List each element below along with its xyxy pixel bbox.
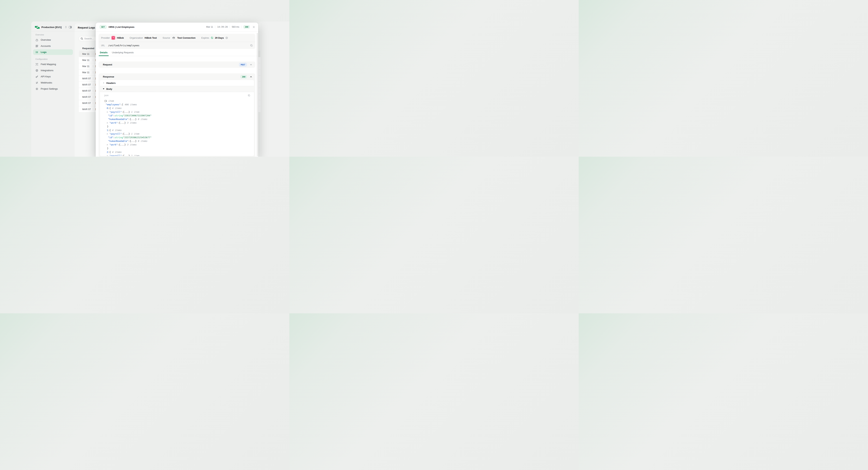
log-info-panel: ProviderHiHiBobOrganizationHiBob TestSou… [98, 34, 255, 49]
hibob-logo-icon: Hi [112, 36, 115, 40]
meta-value: HiBob [117, 36, 124, 39]
chevron-up-icon[interactable] [250, 76, 252, 78]
workspace-switcher[interactable]: Production [EU1] [31, 23, 75, 31]
json-language-label: json [104, 94, 108, 97]
stackone-logo-icon [35, 26, 40, 29]
json-expand-chevron-icon[interactable]: > [107, 132, 110, 135]
log-row-date: MAR 07 [82, 102, 91, 104]
log-row-date: MAR 07 [82, 83, 91, 86]
json-line: "id":string"3337293862325453677" [104, 136, 250, 139]
response-accordion-header[interactable]: Response 200 [100, 73, 254, 80]
json-viewer: json {1 item"employees":[ 406 items0:{ 4… [100, 92, 254, 156]
json-line: "humanReadable":{...} 0 items [104, 139, 250, 143]
detail-tabs: DetailsUnderlying Requests [96, 51, 258, 56]
log-row-date: MAR 07 [82, 77, 91, 80]
meta-value: HiBob Test [145, 36, 157, 39]
sidebar-item-integrations[interactable]: Integrations [33, 68, 73, 73]
response-body-row[interactable]: Body [100, 86, 254, 92]
meta-organization: OrganizationHiBob Test [130, 36, 157, 39]
response-headers-row[interactable]: Headers [100, 80, 254, 86]
test-connection-window-icon [172, 36, 176, 40]
json-line: > "work":{...} 3 items [104, 121, 250, 125]
sidebar-section-label: Configuration [33, 58, 73, 60]
request-label: Request [103, 63, 112, 66]
modal-header: GET HRIS | List Employees Mar 11 14:39:2… [96, 23, 258, 31]
sidebar-item-label: Accounts [41, 45, 51, 47]
chevron-down-icon[interactable] [250, 64, 252, 66]
json-line: {1 item [104, 99, 250, 103]
detail-content: Request POST Response 200 [96, 56, 258, 157]
sidebar-item-project-settings[interactable]: Project Settings [33, 86, 73, 92]
meta-label: Provider [101, 36, 110, 39]
log-detail-modal: GET HRIS | List Employees Mar 11 14:39:2… [96, 23, 258, 157]
logs-icon [35, 51, 38, 54]
log-title: HRIS | List Employees [109, 26, 134, 28]
json-line: "id":string"3393730067333907204" [104, 114, 250, 118]
meta-value: Test Connection [177, 36, 195, 39]
response-status-badge: 200 [241, 75, 247, 78]
json-expand-chevron-icon[interactable]: > [107, 110, 110, 113]
sidebar-item-field-mapping[interactable]: Field Mapping [33, 61, 73, 67]
log-duration: 583 ms [232, 26, 239, 28]
sidebar-item-label: Field Mapping [41, 63, 56, 66]
copy-json-icon[interactable] [248, 94, 250, 97]
webhooks-icon [35, 81, 38, 84]
sidebar-item-label: Logs [41, 51, 46, 54]
url-label: URL [101, 44, 105, 47]
copy-url-icon[interactable] [250, 44, 253, 47]
sidebar-item-label: API Keys [41, 75, 51, 78]
sidebar-item-accounts[interactable]: Accounts [33, 43, 73, 49]
sidebar-section-label: Overview [33, 34, 73, 36]
json-line: 2:{ 4 items [104, 150, 250, 154]
workspace-name: Production [EU1] [41, 26, 62, 29]
meta-value: 29 Days [215, 36, 224, 39]
log-row-date: MAR 07 [82, 96, 91, 98]
sidebar-item-overview[interactable]: Overview [33, 37, 73, 43]
json-line: 1:{ 4 items [104, 129, 250, 132]
tab-underlying-requests[interactable]: Underlying Requests [112, 51, 134, 56]
tab-details[interactable]: Details [100, 51, 107, 56]
sidebar-item-label: Project Settings [41, 88, 58, 90]
json-expand-chevron-icon[interactable]: > [107, 154, 110, 156]
headers-label: Headers [106, 82, 116, 85]
sidebar-item-label: Overview [41, 38, 51, 41]
json-line: > "payroll":{...} 1 item [104, 110, 250, 114]
request-method-badge: POST [239, 63, 247, 67]
log-time: 14:39:28 [217, 26, 228, 28]
sidebar-item-webhooks[interactable]: Webhooks [33, 80, 73, 86]
triangle-down-icon [103, 88, 104, 90]
log-row-date: MAR 07 [82, 90, 91, 92]
status-badge: 200 [243, 25, 250, 29]
info-icon[interactable]: i [225, 37, 228, 39]
sidebar: Production [EU1] OverviewOverviewAccount… [31, 22, 75, 157]
sidebar-item-label: Webhooks [41, 81, 52, 84]
log-row-date: MAR 07 [82, 108, 91, 110]
home-icon [35, 38, 38, 41]
json-line: } [104, 146, 250, 150]
meta-expires: Expires29 Daysi [201, 36, 228, 39]
json-line: } [104, 125, 250, 128]
close-icon[interactable] [253, 26, 255, 28]
json-line: "employees":[ 406 items [104, 103, 250, 106]
sidebar-item-logs[interactable]: Logs [33, 49, 73, 55]
sidebar-item-api-keys[interactable]: API Keys [33, 74, 73, 79]
meta-provider: ProviderHiHiBob [101, 36, 124, 40]
json-line: 0:{ 4 items [104, 106, 250, 110]
request-accordion[interactable]: Request POST [98, 61, 255, 68]
meta-label: Source [162, 36, 170, 39]
modal-scrollbar[interactable] [257, 33, 258, 156]
workspace-select-chevrons-icon[interactable] [65, 26, 67, 29]
project-settings-icon [35, 88, 38, 90]
json-line: > "payroll":{...} 1 item [104, 132, 250, 136]
log-row-date: Mar 11 [82, 71, 91, 74]
sidebar-collapse-icon[interactable] [69, 26, 72, 29]
json-line: "humanReadable":{...} 0 items [104, 118, 250, 121]
accounts-icon [35, 45, 38, 47]
json-expand-chevron-icon[interactable]: > [107, 122, 110, 124]
log-row-date: Mar 11 [82, 59, 91, 61]
log-row-date: Mar 11 [82, 65, 91, 68]
expiry-clock-icon [211, 36, 213, 39]
body-label: Body [106, 88, 112, 90]
json-expand-chevron-icon[interactable]: > [107, 143, 110, 146]
response-body-panel: Headers Body json {1 item"employees":[ 4… [100, 80, 254, 156]
